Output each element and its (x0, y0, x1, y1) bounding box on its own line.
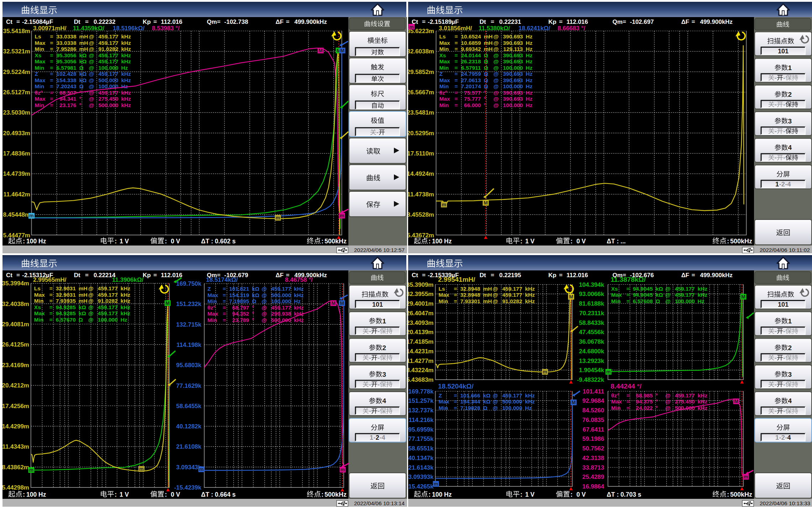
svg-text:=: = (50, 65, 53, 71)
svg-text:ΔF: ΔF (681, 19, 689, 25)
svg-text:ΔT : 0.602 s: ΔT : 0.602 s (201, 238, 236, 245)
svg-text:kHz: kHz (698, 398, 708, 405)
svg-text:94.9285: 94.9285 (56, 310, 76, 316)
svg-text:kΩ: kΩ (79, 71, 87, 77)
svg-text:275.450: 275.450 (98, 96, 118, 102)
svg-text:390.693: 390.693 (503, 52, 523, 58)
svg-text:500kHz: 500kHz (730, 238, 752, 245)
svg-text:50.7562: 50.7562 (582, 445, 604, 452)
svg-text:-: - (369, 354, 371, 361)
svg-text:ΔF: ΔF (681, 272, 689, 279)
svg-text:Max: Max (439, 77, 450, 83)
svg-text:76.0835: 76.0835 (582, 417, 604, 423)
svg-text:14.4739m: 14.4739m (3, 170, 30, 177)
svg-text:=: = (50, 46, 53, 52)
svg-text:169.750k: 169.750k (176, 280, 201, 287)
svg-text:=: = (50, 33, 53, 39)
svg-text:459.177: 459.177 (98, 304, 118, 310)
svg-text:=: = (422, 272, 426, 279)
svg-text:m: m (276, 215, 280, 221)
svg-text:mH: mH (483, 286, 492, 292)
svg-text:kHz: kHz (294, 305, 304, 311)
svg-text:68.507: 68.507 (59, 90, 76, 96)
svg-text:Min: Min (439, 298, 448, 304)
svg-text:459.177: 459.177 (98, 90, 118, 96)
svg-text:459.177: 459.177 (98, 40, 118, 46)
svg-text:mH: mH (484, 46, 493, 52)
svg-text:kHz: kHz (121, 46, 131, 52)
svg-text:459.177: 459.177 (98, 71, 118, 77)
svg-text:32.8948: 32.8948 (460, 286, 480, 292)
svg-text:102.428: 102.428 (56, 71, 76, 77)
svg-text:=: = (49, 298, 53, 304)
svg-text:6.57981: 6.57981 (56, 65, 76, 71)
svg-text:kΩ: kΩ (483, 398, 491, 405)
svg-text:Xs: Xs (35, 52, 42, 58)
svg-text:Min: Min (35, 102, 44, 108)
svg-text:-: - (775, 328, 777, 335)
svg-text:154.319: 154.319 (229, 292, 249, 298)
svg-text:Hz: Hz (121, 317, 127, 323)
svg-text:18.5204kΩ/: 18.5204kΩ/ (438, 382, 474, 390)
svg-text:Ω: Ω (79, 317, 83, 323)
svg-text:100.000: 100.000 (271, 298, 291, 304)
svg-text:11.4738m: 11.4738m (407, 191, 434, 198)
svg-text:@: @ (494, 96, 499, 102)
svg-text:-: - (369, 407, 371, 414)
svg-text:23.789: 23.789 (232, 317, 249, 323)
svg-text:10.6859: 10.6859 (461, 40, 481, 46)
svg-text:@: @ (494, 83, 499, 89)
svg-text:kHz: kHz (121, 96, 131, 102)
svg-text:=: = (454, 398, 457, 405)
svg-text:=: = (223, 311, 226, 317)
svg-text:500kHz: 500kHz (325, 491, 347, 498)
svg-text:299.938: 299.938 (271, 311, 291, 317)
svg-text:68.797: 68.797 (232, 305, 249, 311)
svg-text:112.016: 112.016 (566, 272, 588, 279)
svg-text:100 Hz: 100 Hz (26, 491, 46, 498)
svg-text:4: 4 (787, 434, 791, 441)
svg-text:Max: Max (611, 292, 622, 298)
svg-text:@: @ (493, 398, 498, 405)
svg-text:kHz: kHz (525, 292, 535, 298)
svg-text:390.693: 390.693 (503, 90, 523, 96)
svg-text::: : (520, 237, 522, 245)
svg-text:-: - (369, 381, 371, 388)
svg-text:@: @ (88, 310, 94, 316)
svg-text:-: - (783, 381, 785, 388)
svg-text:101.411: 101.411 (582, 388, 604, 395)
svg-text:=: = (455, 102, 458, 108)
svg-text:=: = (559, 272, 563, 279)
svg-text:=: = (627, 286, 630, 292)
svg-text:kΩ: kΩ (252, 292, 259, 298)
svg-text:7.19828: 7.19828 (460, 405, 480, 411)
svg-text:Ls: Ls (34, 285, 41, 291)
svg-text:°: ° (79, 96, 81, 102)
svg-text:459.177: 459.177 (98, 33, 118, 39)
svg-text:129.113: 129.113 (503, 46, 523, 52)
svg-text:Hz: Hz (526, 77, 533, 83)
svg-text:390.693: 390.693 (503, 96, 523, 102)
svg-text:Qm=: Qm= (612, 19, 626, 25)
svg-text:@: @ (493, 292, 498, 298)
svg-text:@: @ (665, 286, 671, 292)
svg-text:=: = (50, 83, 53, 89)
svg-text:Min: Min (611, 298, 621, 304)
svg-text:91.0282: 91.0282 (98, 298, 118, 304)
svg-text:94.9285: 94.9285 (56, 304, 76, 310)
svg-text:459.177: 459.177 (98, 52, 118, 58)
svg-text:kΩ: kΩ (79, 58, 87, 64)
svg-text:100 Hz: 100 Hz (432, 491, 452, 498)
svg-text:kHz: kHz (525, 398, 535, 405)
svg-text:Min: Min (611, 405, 621, 411)
svg-text:Dt: Dt (480, 272, 486, 279)
svg-text:101.666: 101.666 (460, 392, 480, 398)
svg-text:@: @ (493, 405, 498, 411)
svg-text:1 V: 1 V (120, 238, 129, 245)
svg-text:=: = (50, 96, 53, 102)
svg-text:Max: Max (35, 40, 46, 46)
svg-text:Max: Max (439, 292, 450, 298)
svg-text:20.4933m: 20.4933m (3, 130, 30, 137)
svg-text:499.900kHz: 499.900kHz (700, 272, 733, 279)
svg-text:Max: Max (35, 77, 46, 83)
